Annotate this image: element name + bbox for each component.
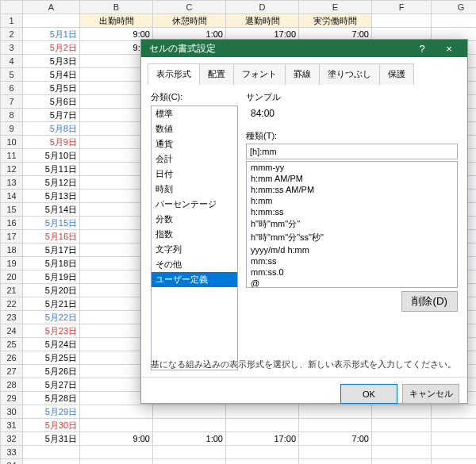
cell[interactable]: 5月25日 — [23, 351, 80, 365]
cell[interactable]: 5月1日 — [23, 28, 80, 41]
delete-button[interactable]: 削除(D) — [401, 291, 458, 312]
category-item[interactable]: 文字列 — [152, 242, 237, 257]
dialog-titlebar[interactable]: セルの書式設定 ? × — [141, 40, 467, 57]
row-header[interactable]: 28 — [1, 378, 23, 392]
row-header[interactable]: 34 — [1, 459, 23, 465]
category-item[interactable]: その他 — [152, 257, 237, 272]
cell[interactable] — [153, 419, 226, 432]
row-header[interactable]: 4 — [1, 55, 23, 68]
cell[interactable]: 5月20日 — [23, 284, 80, 297]
category-item[interactable]: パーセンテージ — [152, 197, 237, 212]
row-header[interactable]: 15 — [1, 203, 23, 217]
type-list-item[interactable]: h"時"mm"分" — [247, 217, 457, 231]
cell[interactable]: 9:00 — [80, 432, 153, 446]
cell[interactable]: 5月29日 — [23, 405, 80, 419]
type-list-item[interactable]: h:mm:ss — [247, 206, 457, 217]
type-list-item[interactable]: mmm-yy — [247, 162, 457, 173]
col-header[interactable]: D — [226, 1, 299, 14]
row-header[interactable]: 27 — [1, 365, 23, 378]
row-header[interactable]: 24 — [1, 324, 23, 338]
cell[interactable]: 5月31日 — [23, 432, 80, 446]
type-list-item[interactable]: h:mm AM/PM — [247, 173, 457, 184]
row-header[interactable]: 1 — [1, 14, 23, 28]
cell[interactable]: 休憩時間 — [153, 14, 226, 28]
row-header[interactable]: 33 — [1, 446, 23, 459]
row-header[interactable]: 14 — [1, 190, 23, 203]
row-header[interactable]: 6 — [1, 82, 23, 95]
tab-font[interactable]: フォント — [233, 63, 286, 85]
cell[interactable] — [80, 419, 153, 432]
cell[interactable]: 5月21日 — [23, 297, 80, 311]
row-header[interactable]: 30 — [1, 405, 23, 419]
type-list-item[interactable]: h"時"mm"分"ss"秒" — [247, 231, 457, 244]
row-header[interactable]: 2 — [1, 28, 23, 41]
cell[interactable] — [226, 446, 299, 459]
col-header[interactable]: F — [372, 1, 432, 14]
category-list[interactable]: 標準数値通貨会計日付時刻パーセンテージ分数指数文字列その他ユーザー定義 — [151, 105, 238, 370]
category-item[interactable]: 時刻 — [152, 182, 237, 197]
cell[interactable]: 5月9日 — [23, 136, 80, 149]
category-item[interactable]: 指数 — [152, 227, 237, 242]
cell[interactable]: 5月11日 — [23, 163, 80, 176]
cell[interactable]: 5月22日 — [23, 311, 80, 324]
tab-border[interactable]: 罫線 — [285, 63, 320, 85]
cell[interactable]: 5月17日 — [23, 244, 80, 257]
category-item[interactable]: 分数 — [152, 212, 237, 227]
row-header[interactable]: 11 — [1, 149, 23, 163]
category-item[interactable]: 標準 — [152, 106, 237, 121]
category-item[interactable]: 数値 — [152, 121, 237, 136]
ok-button[interactable]: OK — [340, 384, 397, 404]
tab-protection[interactable]: 保護 — [379, 63, 414, 85]
cell[interactable]: 実労働時間 — [299, 14, 372, 28]
row-header[interactable]: 31 — [1, 419, 23, 432]
type-list-item[interactable]: h:mm:ss AM/PM — [247, 184, 457, 195]
row-header[interactable]: 29 — [1, 392, 23, 405]
col-header[interactable]: G — [432, 1, 477, 14]
cell[interactable]: 5月10日 — [23, 149, 80, 163]
category-item[interactable]: 通貨 — [152, 136, 237, 151]
cell[interactable]: 5月8日 — [23, 122, 80, 136]
tab-alignment[interactable]: 配置 — [199, 63, 234, 85]
row-header[interactable]: 9 — [1, 122, 23, 136]
type-list-item[interactable]: yyyy/m/d h:mm — [247, 244, 457, 255]
row-header[interactable]: 5 — [1, 68, 23, 82]
cell[interactable] — [80, 459, 153, 465]
cell[interactable]: 5月3日 — [23, 55, 80, 68]
cell[interactable]: 5月19日 — [23, 270, 80, 284]
cell[interactable] — [226, 459, 299, 465]
cell[interactable]: 5月14日 — [23, 203, 80, 217]
row-header[interactable]: 17 — [1, 230, 23, 244]
corner-cell[interactable] — [1, 1, 23, 14]
row-header[interactable]: 18 — [1, 244, 23, 257]
row-header[interactable]: 16 — [1, 217, 23, 230]
cell[interactable]: 5月5日 — [23, 82, 80, 95]
cell[interactable] — [153, 446, 226, 459]
category-item[interactable]: 日付 — [152, 167, 237, 182]
type-list-item[interactable]: mm:ss — [247, 255, 457, 267]
cell[interactable] — [153, 459, 226, 465]
cell[interactable]: 7:00 — [299, 432, 372, 446]
cell[interactable] — [23, 459, 80, 465]
cell[interactable]: 退勤時間 — [226, 14, 299, 28]
col-header[interactable]: E — [299, 1, 372, 14]
row-header[interactable]: 3 — [1, 41, 23, 55]
help-button[interactable]: ? — [409, 40, 436, 57]
cell[interactable] — [299, 459, 372, 465]
cell[interactable]: 出勤時間 — [80, 14, 153, 28]
cell[interactable] — [226, 419, 299, 432]
row-header[interactable]: 12 — [1, 163, 23, 176]
cancel-button[interactable]: キャンセル — [402, 384, 459, 404]
cell[interactable]: 1:00 — [153, 432, 226, 446]
row-header[interactable]: 10 — [1, 136, 23, 149]
row-header[interactable]: 8 — [1, 109, 23, 122]
cell[interactable]: 5月28日 — [23, 392, 80, 405]
cell[interactable]: 5月6日 — [23, 95, 80, 109]
cell[interactable]: 5月18日 — [23, 257, 80, 270]
cell[interactable]: 17:00 — [226, 432, 299, 446]
cell[interactable] — [299, 446, 372, 459]
row-header[interactable]: 22 — [1, 297, 23, 311]
category-item[interactable]: ユーザー定義 — [152, 272, 237, 287]
tab-number-format[interactable]: 表示形式 — [148, 63, 200, 85]
cell[interactable]: 5月27日 — [23, 378, 80, 392]
tab-fill[interactable]: 塗りつぶし — [319, 63, 380, 85]
